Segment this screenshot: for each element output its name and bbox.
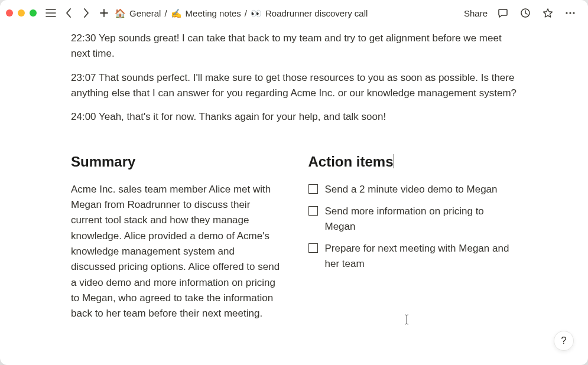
breadcrumb-mid[interactable]: ✍️ Meeting notes bbox=[171, 8, 241, 18]
svg-point-9 bbox=[573, 12, 574, 14]
summary-body[interactable]: Acme Inc. sales team member Alice met wi… bbox=[71, 182, 280, 322]
svg-marker-6 bbox=[544, 9, 553, 17]
favorite-icon[interactable] bbox=[541, 6, 555, 20]
menu-icon[interactable] bbox=[44, 6, 58, 20]
text-cursor bbox=[394, 154, 394, 168]
breadcrumb: 🏠 General / ✍️ Meeting notes / 👀 Roadrun… bbox=[115, 8, 460, 18]
todo-item[interactable]: Send a 2 minute video demo to Megan bbox=[308, 182, 518, 197]
transcript-line[interactable]: 24:00 Yeah, that's it for now. Thanks ag… bbox=[71, 109, 517, 125]
breadcrumb-separator: / bbox=[245, 8, 247, 18]
help-button[interactable]: ? bbox=[554, 331, 574, 351]
todo-text[interactable]: Prepare for next meeting with Megan and … bbox=[325, 241, 518, 271]
breadcrumb-root[interactable]: 🏠 General bbox=[115, 8, 161, 18]
breadcrumb-separator: / bbox=[164, 8, 167, 18]
transcript-line[interactable]: 22:30 Yep sounds great! I can take that … bbox=[71, 31, 517, 62]
topbar-right: Share bbox=[464, 6, 582, 20]
topbar: 🏠 General / ✍️ Meeting notes / 👀 Roadrun… bbox=[0, 0, 588, 26]
breadcrumb-leaf[interactable]: 👀 Roadrunner discovery call bbox=[251, 8, 368, 18]
todo-text[interactable]: Send a 2 minute video demo to Megan bbox=[325, 182, 498, 197]
svg-point-8 bbox=[569, 12, 571, 14]
summary-column[interactable]: Summary Acme Inc. sales team member Alic… bbox=[71, 154, 280, 322]
writing-hand-icon: ✍️ bbox=[171, 9, 182, 18]
action-items-heading[interactable]: Action items bbox=[308, 154, 518, 170]
more-icon[interactable] bbox=[563, 6, 577, 20]
todo-text[interactable]: Send more information on pricing to Mega… bbox=[325, 204, 518, 234]
todo-item[interactable]: Prepare for next meeting with Megan and … bbox=[308, 241, 518, 271]
breadcrumb-root-label: General bbox=[129, 8, 161, 18]
breadcrumb-leaf-label: Roadrunner discovery call bbox=[265, 8, 368, 18]
comments-icon[interactable] bbox=[496, 6, 510, 20]
checkbox[interactable] bbox=[308, 206, 318, 216]
action-items-heading-text: Action items bbox=[308, 154, 394, 170]
breadcrumb-mid-label: Meeting notes bbox=[186, 8, 241, 18]
checkbox[interactable] bbox=[308, 184, 318, 194]
help-label: ? bbox=[561, 335, 566, 347]
svg-point-7 bbox=[566, 12, 567, 14]
checkbox[interactable] bbox=[308, 243, 318, 253]
nav-back-button[interactable] bbox=[61, 6, 76, 20]
window-controls bbox=[6, 9, 37, 17]
todo-item[interactable]: Send more information on pricing to Mega… bbox=[308, 204, 518, 234]
history-icon[interactable] bbox=[518, 6, 532, 20]
page-content[interactable]: 22:30 Yep sounds great! I can take that … bbox=[0, 26, 588, 365]
minimize-window-button[interactable] bbox=[18, 9, 25, 17]
new-tab-button[interactable] bbox=[97, 6, 111, 20]
eyes-icon: 👀 bbox=[251, 9, 262, 18]
action-items-column[interactable]: Action items Send a 2 minute video demo … bbox=[308, 154, 518, 322]
summary-heading[interactable]: Summary bbox=[71, 154, 280, 170]
share-button[interactable]: Share bbox=[464, 8, 488, 18]
close-window-button[interactable] bbox=[6, 9, 13, 17]
two-column-layout: Summary Acme Inc. sales team member Alic… bbox=[71, 154, 517, 322]
home-icon: 🏠 bbox=[115, 9, 126, 18]
transcript-line[interactable]: 23:07 That sounds perfect. I'll make sur… bbox=[71, 70, 517, 102]
app-window: 🏠 General / ✍️ Meeting notes / 👀 Roadrun… bbox=[0, 0, 588, 365]
maximize-window-button[interactable] bbox=[30, 9, 37, 17]
nav-forward-button[interactable] bbox=[79, 6, 93, 20]
